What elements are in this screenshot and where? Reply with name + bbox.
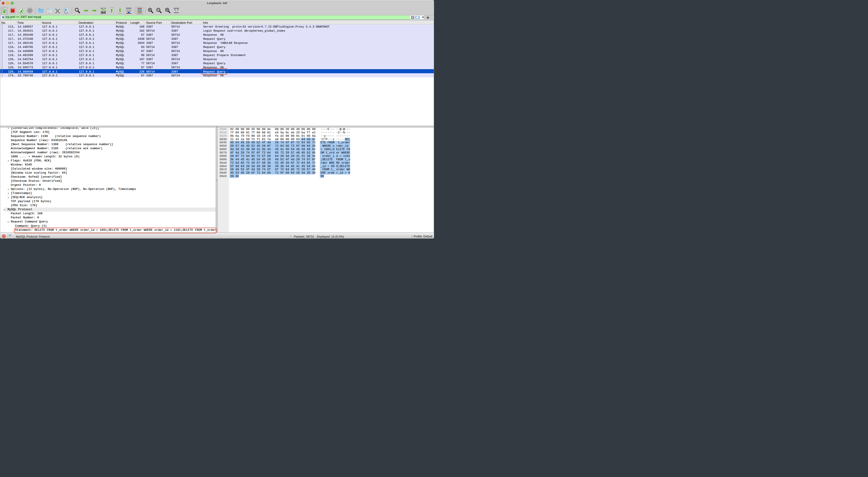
svg-text:01110: 01110 (48, 12, 51, 13)
